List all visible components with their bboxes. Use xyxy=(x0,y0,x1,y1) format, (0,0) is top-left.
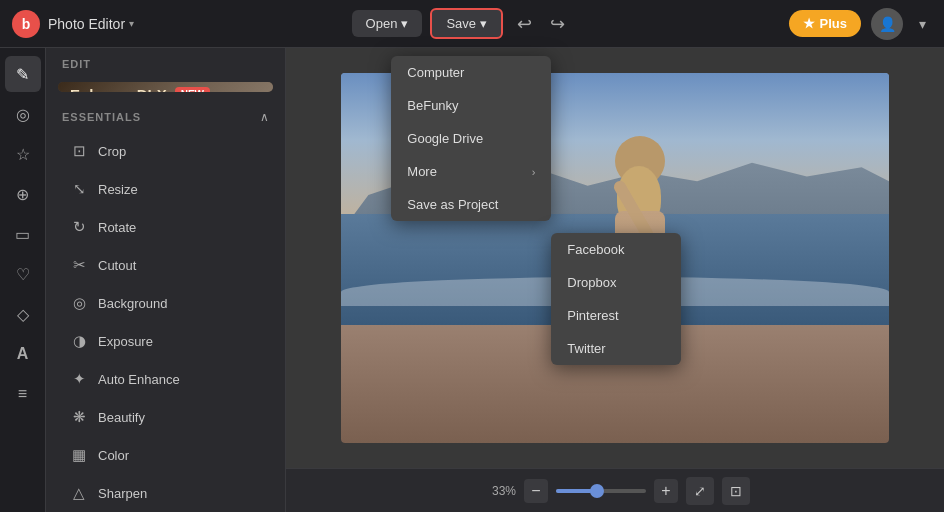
zoom-in-button[interactable]: + xyxy=(654,479,678,503)
rotate-icon: ↻ xyxy=(70,218,88,236)
save-computer-item[interactable]: Computer xyxy=(391,56,551,89)
tool-exposure[interactable]: ◑ Exposure xyxy=(54,323,277,359)
fullscreen-button[interactable]: ⤢ xyxy=(686,477,714,505)
topbar-center: Open ▾ Save ▾ ↩ ↪ Computer BeFunky Googl… xyxy=(144,8,778,39)
essentials-collapse-icon[interactable]: ∧ xyxy=(260,110,269,124)
avatar[interactable]: 👤 xyxy=(871,8,903,40)
save-as-project-item[interactable]: Save as Project xyxy=(391,188,551,221)
open-button[interactable]: Open ▾ xyxy=(352,10,423,37)
tool-sharpen[interactable]: △ Sharpen xyxy=(54,475,277,511)
app-title-text: Photo Editor xyxy=(48,16,125,32)
enhance-card[interactable]: Enhance DLX NEW xyxy=(58,82,273,92)
auto-enhance-icon: ✦ xyxy=(70,370,88,388)
tool-auto-enhance[interactable]: ✦ Auto Enhance xyxy=(54,361,277,397)
edit-section-label: EDIT xyxy=(46,48,285,76)
save-more-item[interactable]: More › Facebook Dropbox Pinterest Twitte… xyxy=(391,155,551,188)
sidebar-item-more[interactable]: ≡ xyxy=(5,376,41,412)
background-icon: ◎ xyxy=(70,294,88,312)
canvas-bottom-bar: 33% − + ⤢ ⊡ xyxy=(286,468,944,512)
exposure-icon: ◑ xyxy=(70,332,88,350)
save-pinterest-item[interactable]: Pinterest xyxy=(551,299,681,332)
account-chevron-button[interactable]: ▾ xyxy=(913,12,932,36)
zoom-slider-thumb[interactable] xyxy=(590,484,604,498)
new-badge: NEW xyxy=(175,87,210,93)
fit-button[interactable]: ⊡ xyxy=(722,477,750,505)
sharpen-icon: △ xyxy=(70,484,88,502)
logo-icon: b xyxy=(12,10,40,38)
redo-button[interactable]: ↪ xyxy=(544,9,571,39)
zoom-percent: 33% xyxy=(480,484,516,498)
more-chevron-icon: › xyxy=(532,166,536,178)
zoom-out-button[interactable]: − xyxy=(524,479,548,503)
essentials-label: ESSENTIALS xyxy=(62,111,141,123)
enhance-label: Enhance DLX xyxy=(70,86,167,93)
tool-rotate[interactable]: ↻ Rotate xyxy=(54,209,277,245)
plus-button[interactable]: ★ Plus xyxy=(789,10,861,37)
tool-background[interactable]: ◎ Background xyxy=(54,285,277,321)
more-sub-dropdown: Facebook Dropbox Pinterest Twitter xyxy=(551,233,681,365)
logo-area: b Photo Editor ▾ xyxy=(12,10,134,38)
app-title-chevron-icon: ▾ xyxy=(129,18,134,29)
tool-color[interactable]: ▦ Color xyxy=(54,437,277,473)
app-title[interactable]: Photo Editor ▾ xyxy=(48,16,134,32)
plus-icon: ★ xyxy=(803,16,815,31)
tool-beautify[interactable]: ❋ Beautify xyxy=(54,399,277,435)
tool-resize[interactable]: ⤡ Resize xyxy=(54,171,277,207)
save-dropbox-item[interactable]: Dropbox xyxy=(551,266,681,299)
zoom-slider[interactable] xyxy=(556,489,646,493)
tool-cutout[interactable]: ✂ Cutout xyxy=(54,247,277,283)
icon-sidebar: ✎ ◎ ☆ ⊕ ▭ ♡ ◇ A ≡ xyxy=(0,48,46,512)
tool-crop[interactable]: ⊡ Crop xyxy=(54,133,277,169)
topbar: b Photo Editor ▾ Open ▾ Save ▾ ↩ ↪ Compu… xyxy=(0,0,944,48)
save-dropdown: Computer BeFunky Google Drive More › Fac… xyxy=(391,56,551,221)
save-googledrive-item[interactable]: Google Drive xyxy=(391,122,551,155)
crop-icon: ⊡ xyxy=(70,142,88,160)
tools-panel: EDIT Enhance DLX NEW ESSENTIALS ∧ ⊡ Crop… xyxy=(46,48,286,512)
sidebar-item-frames[interactable]: ▭ xyxy=(5,216,41,252)
sidebar-item-text[interactable]: A xyxy=(5,336,41,372)
undo-button[interactable]: ↩ xyxy=(511,9,538,39)
zoom-slider-fill xyxy=(556,489,592,493)
sidebar-item-edit[interactable]: ✎ xyxy=(5,56,41,92)
save-button[interactable]: Save ▾ xyxy=(430,8,503,39)
resize-icon: ⤡ xyxy=(70,180,88,198)
undo-redo-group: ↩ ↪ xyxy=(511,9,571,39)
beautify-icon: ❋ xyxy=(70,408,88,426)
save-facebook-item[interactable]: Facebook xyxy=(551,233,681,266)
topbar-right: ★ Plus 👤 ▾ xyxy=(789,8,932,40)
save-befunky-item[interactable]: BeFunky xyxy=(391,89,551,122)
sidebar-item-elements[interactable]: ⊕ xyxy=(5,176,41,212)
sidebar-item-shapes[interactable]: ◇ xyxy=(5,296,41,332)
cutout-icon: ✂ xyxy=(70,256,88,274)
essentials-header: ESSENTIALS ∧ xyxy=(46,102,285,132)
color-icon: ▦ xyxy=(70,446,88,464)
save-twitter-item[interactable]: Twitter xyxy=(551,332,681,365)
sidebar-item-favorites[interactable]: ☆ xyxy=(5,136,41,172)
sidebar-item-hearts[interactable]: ♡ xyxy=(5,256,41,292)
sidebar-item-filters[interactable]: ◎ xyxy=(5,96,41,132)
